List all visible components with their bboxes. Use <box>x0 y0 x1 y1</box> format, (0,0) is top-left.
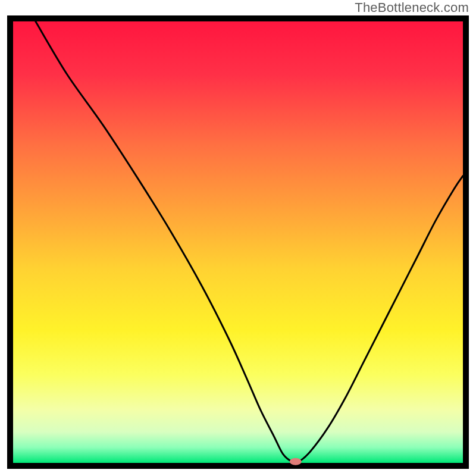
chart-heat-background <box>13 21 463 463</box>
bottleneck-chart <box>7 15 469 469</box>
optimum-marker <box>290 458 302 465</box>
chart-container <box>7 15 469 469</box>
watermark-text: TheBottleneck.com <box>355 0 469 15</box>
